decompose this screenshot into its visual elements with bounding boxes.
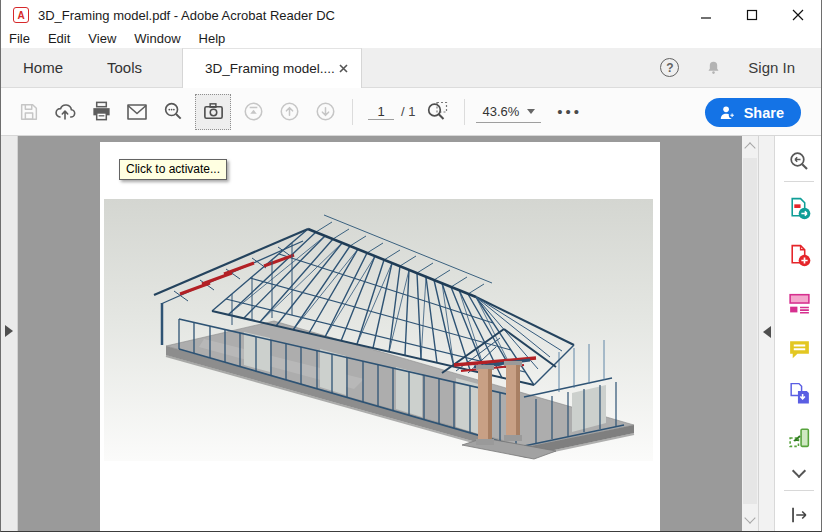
panel-separator (784, 490, 814, 491)
previous-page-button[interactable] (271, 94, 307, 130)
tab-tools[interactable]: Tools (85, 48, 164, 87)
page-down-icon (314, 100, 337, 123)
scroll-up-icon[interactable] (744, 142, 755, 153)
tools-pane-collapse-strip[interactable] (758, 136, 774, 532)
acrobat-window: A 3D_Framing model.pdf - Adobe Acrobat R… (0, 0, 822, 532)
window-title: 3D_Framing model.pdf - Adobe Acrobat Rea… (38, 8, 335, 23)
panel-separator (784, 181, 814, 182)
comment-button[interactable] (784, 336, 814, 362)
email-icon (125, 100, 149, 124)
tab-bar-right: ? Sign In (660, 48, 821, 87)
next-page-button[interactable] (307, 94, 343, 130)
menu-file[interactable]: File (9, 31, 40, 48)
comment-icon (787, 337, 812, 362)
page-total-label: / 1 (401, 104, 415, 119)
menu-edit[interactable]: Edit (48, 31, 80, 48)
maximize-button[interactable] (729, 0, 775, 30)
minimize-button[interactable] (683, 0, 729, 30)
menu-view[interactable]: View (88, 31, 126, 48)
menu-window[interactable]: Window (134, 31, 190, 48)
sign-in-button[interactable]: Sign In (748, 59, 795, 76)
find-button[interactable] (155, 94, 191, 130)
tab-home[interactable]: Home (1, 48, 85, 87)
first-page-button[interactable] (235, 94, 271, 130)
save-icon (18, 101, 40, 123)
expand-nav-pane-icon[interactable] (5, 325, 13, 337)
zoom-level-value: 43.6% (482, 104, 519, 119)
maximize-icon (746, 9, 758, 21)
chevron-down-icon (527, 109, 535, 114)
snapshot-camera-icon (202, 100, 225, 123)
window-controls (683, 0, 821, 30)
compress-pdf-icon (787, 425, 812, 450)
marquee-zoom-button[interactable] (419, 94, 455, 130)
navigation-pane-strip[interactable] (1, 136, 18, 532)
close-icon (792, 9, 804, 21)
snapshot-tool-button[interactable] (195, 94, 231, 130)
expand-pane-icon (788, 504, 810, 526)
search-tool-button[interactable] (784, 148, 814, 174)
find-icon (162, 100, 185, 123)
create-pdf-icon (787, 243, 812, 268)
edit-pdf-icon (787, 290, 812, 315)
more-tools-chevron-icon[interactable] (792, 464, 806, 478)
marquee-zoom-icon (425, 100, 449, 124)
tab-close-button[interactable] (335, 61, 351, 77)
tab-bar: Home Tools 3D_Framing model.... ? Sign I… (1, 48, 821, 88)
share-button[interactable]: Share (705, 98, 801, 127)
page-number-group: / 1 (368, 104, 415, 120)
cloud-upload-icon (53, 100, 77, 124)
pdf-page (100, 142, 660, 532)
zoom-level-dropdown[interactable]: 43.6% (476, 101, 541, 123)
first-page-icon (242, 100, 265, 123)
more-tools-button[interactable]: ••• (557, 103, 582, 120)
combine-files-icon (787, 381, 812, 406)
export-pdf-icon (787, 196, 812, 221)
collapse-tools-pane-icon[interactable] (763, 326, 771, 338)
page-up-icon (278, 100, 301, 123)
print-button[interactable] (83, 94, 119, 130)
acrobat-app-icon: A (13, 7, 29, 23)
tab-document-label: 3D_Framing model.... (205, 61, 335, 76)
scroll-down-icon[interactable] (744, 512, 755, 523)
close-button[interactable] (775, 0, 821, 30)
pdf-3d-model-figure[interactable] (104, 199, 653, 461)
save-button[interactable] (11, 94, 47, 130)
help-button[interactable]: ? (660, 58, 679, 77)
combine-files-button[interactable] (784, 380, 814, 406)
activate-tooltip: Click to activate... (119, 159, 227, 180)
page-number-input[interactable] (368, 104, 394, 120)
toolbar: / 1 43.6% ••• Share (1, 88, 821, 136)
search-icon (787, 149, 811, 173)
create-pdf-button[interactable] (784, 242, 814, 268)
email-button[interactable] (119, 94, 155, 130)
tab-tools-label: Tools (107, 59, 142, 76)
notifications-bell-icon[interactable] (705, 59, 722, 77)
scrollbar-thumb[interactable] (743, 158, 757, 504)
share-label: Share (744, 105, 784, 121)
tab-document[interactable]: 3D_Framing model.... (182, 48, 362, 88)
cloud-upload-button[interactable] (47, 94, 83, 130)
menu-bar: File Edit View Window Help (1, 30, 821, 48)
toolbar-separator (464, 99, 465, 125)
share-person-icon (719, 105, 736, 120)
framing-model-drawing (104, 199, 653, 461)
toolbar-separator (352, 99, 353, 125)
document-area: Click to activate... (1, 136, 821, 532)
menu-help[interactable]: Help (199, 31, 236, 48)
compress-pdf-button[interactable] (784, 424, 814, 450)
tools-panel (774, 136, 822, 532)
vertical-scrollbar[interactable] (742, 136, 758, 532)
question-icon: ? (666, 61, 673, 75)
close-icon (339, 64, 348, 73)
export-pdf-button[interactable] (784, 195, 814, 221)
document-canvas: Click to activate... (18, 136, 742, 532)
title-bar: A 3D_Framing model.pdf - Adobe Acrobat R… (1, 0, 821, 30)
edit-pdf-button[interactable] (784, 289, 814, 315)
expand-pane-button[interactable] (784, 502, 814, 528)
print-icon (90, 100, 113, 123)
minimize-icon (700, 9, 712, 21)
tab-home-label: Home (23, 59, 63, 76)
